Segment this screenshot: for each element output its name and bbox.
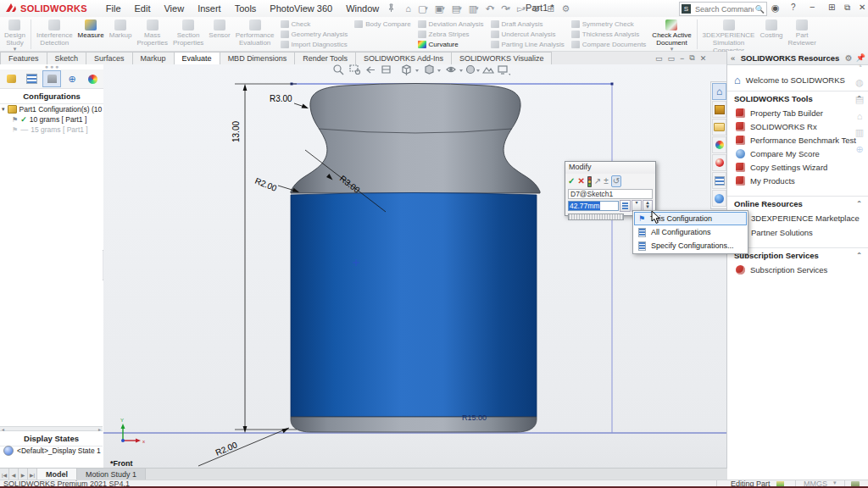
accept-button[interactable]: ✓ xyxy=(568,176,575,186)
menu-file[interactable]: File xyxy=(99,3,128,14)
mark-drawing-dimension-icon[interactable]: ± xyxy=(604,176,609,186)
rebuild-traffic-light-icon[interactable] xyxy=(587,176,592,187)
tab-evaluate[interactable]: Evaluate xyxy=(174,52,220,64)
tab-motion-study-1[interactable]: Motion Study 1 xyxy=(77,469,146,480)
doc-next-icon[interactable]: ▭ xyxy=(668,54,676,63)
tab-markup[interactable]: Markup xyxy=(132,52,175,64)
doc-close-button[interactable]: ✕ xyxy=(700,54,707,63)
tab-sketch[interactable]: Sketch xyxy=(47,52,87,64)
task-tab-resources[interactable]: ⌂ xyxy=(712,83,726,100)
user-account-icon[interactable]: ◉ xyxy=(771,3,780,14)
performance-evaluation-button[interactable]: PerformanceEvaluation xyxy=(233,18,277,51)
spin-increment-arrow-icon[interactable]: ↗ xyxy=(594,176,601,186)
dim-text-r-body[interactable]: R15.00 xyxy=(462,413,487,422)
zebra-stripes-button[interactable]: Zebra Stripes xyxy=(418,30,484,39)
rebuild-spiral-icon[interactable]: ↺ xyxy=(611,175,621,187)
view-settings-icon[interactable] xyxy=(498,66,507,74)
undercut-analysis-button[interactable]: Undercut Analysis xyxy=(491,30,565,39)
interference-detection-button[interactable]: InterferenceDetection xyxy=(34,18,75,51)
task-tab-appearances[interactable] xyxy=(712,154,726,171)
link-property-tab-builder[interactable]: Property Tab Builder xyxy=(727,106,868,119)
layout-button[interactable]: ⊞ xyxy=(828,3,835,12)
collapse-section-icon[interactable]: ⌃ xyxy=(856,200,862,208)
markup-button[interactable]: Markup xyxy=(107,18,135,51)
pane-options-gear-icon[interactable]: ⚙ xyxy=(845,53,853,63)
import-diagnostics-button[interactable]: Import Diagnostics xyxy=(281,40,348,49)
options-gear-icon[interactable]: ⚙ xyxy=(559,3,574,14)
graphics-viewport[interactable]: 13.00 R3.00 R2.00 R3.00 R15.00 R2.00 Y x xyxy=(103,64,727,468)
body-compare-button[interactable]: Body Compare xyxy=(354,19,410,29)
menu-tools[interactable]: Tools xyxy=(228,3,264,14)
restore-button[interactable]: ⧉ xyxy=(844,3,850,13)
symmetry-check-button[interactable]: Symmetry Check xyxy=(571,19,647,29)
section-properties-button[interactable]: SectionProperties xyxy=(170,18,206,51)
edit-appearance-icon[interactable] xyxy=(467,66,475,74)
menu-pin-icon[interactable] xyxy=(387,3,395,14)
tab-scroll-next-button[interactable]: ▶ xyxy=(19,469,28,480)
model-body-surface[interactable] xyxy=(291,193,537,418)
open-icon[interactable]: ▣▾ xyxy=(431,3,448,14)
display-style-icon[interactable] xyxy=(426,65,433,74)
link-subscription-services[interactable]: Subscription Services xyxy=(727,263,868,276)
view-orientation-cube-icon[interactable] xyxy=(403,65,410,75)
doc-restore-button[interactable]: ⧉ xyxy=(689,53,694,63)
tab-surfaces[interactable]: Surfaces xyxy=(86,52,133,64)
task-tab-design-library[interactable] xyxy=(712,101,726,118)
previous-view-icon[interactable] xyxy=(367,67,375,73)
section-solidworks-tools[interactable]: SOLIDWORKS Tools⌃ xyxy=(727,91,868,106)
link-my-products[interactable]: My Products xyxy=(727,174,868,187)
link-solidworks-rx[interactable]: SOLIDWORKS Rx xyxy=(727,119,868,133)
check-button[interactable]: Check xyxy=(281,19,348,29)
config-tree-root[interactable]: ▾ Part1 Configuration(s) (10 grams) xyxy=(0,104,103,114)
parting-line-analysis-button[interactable]: Parting Line Analysis xyxy=(491,40,565,49)
geometry-analysis-button[interactable]: Geometry Analysis xyxy=(281,30,348,39)
sensor-button[interactable]: Sensor xyxy=(206,18,232,51)
search-icon[interactable]: 🔍 xyxy=(755,5,765,14)
configurations-scope-button[interactable] xyxy=(620,200,631,212)
home-icon[interactable]: ⌂ xyxy=(402,3,415,14)
feature-manager-tab[interactable] xyxy=(2,70,20,87)
link-copy-settings-wizard[interactable]: Copy Settings Wizard xyxy=(727,160,868,174)
apply-scene-icon[interactable] xyxy=(483,68,493,73)
tab-scroll-last-button[interactable]: ▶| xyxy=(28,469,37,480)
task-tab-custom-properties[interactable] xyxy=(712,172,726,189)
tab-scroll-prev-button[interactable]: ◀ xyxy=(9,469,19,480)
welcome-link[interactable]: ⌂ Welcome to SOLIDWORKS xyxy=(727,72,868,88)
curvature-button[interactable]: Curvature xyxy=(418,40,484,49)
print-icon[interactable]: ▥▾ xyxy=(465,3,482,14)
tab-features[interactable]: Features xyxy=(0,52,47,64)
section-view-icon[interactable] xyxy=(382,66,390,73)
collapse-section-icon[interactable]: ⌃ xyxy=(856,252,862,259)
menu-photoview360[interactable]: PhotoView 360 xyxy=(263,3,339,14)
property-manager-tab[interactable] xyxy=(22,70,41,87)
zoom-area-icon[interactable] xyxy=(350,65,360,75)
menu-view[interactable]: View xyxy=(157,3,191,14)
zoom-fit-icon[interactable] xyxy=(334,65,343,75)
mass-properties-button[interactable]: MassProperties xyxy=(134,18,170,51)
redo-icon[interactable]: ↷▾ xyxy=(498,3,514,14)
3dexperience-simulation-connector-button[interactable]: 3DEXPERIENCESimulationConnector xyxy=(700,18,758,51)
dim-text-height[interactable]: 13.00 xyxy=(231,121,241,142)
cancel-button[interactable]: ✕ xyxy=(577,176,584,186)
config-item-10-grams[interactable]: ⚑ ✓ 10 grams [ Part1 ] xyxy=(0,114,103,125)
configuration-manager-tab[interactable] xyxy=(42,70,61,87)
doc-previous-icon[interactable]: ▭ xyxy=(655,54,663,63)
close-button[interactable]: ✕ xyxy=(859,3,865,12)
new-document-icon[interactable]: ▢▾ xyxy=(415,3,431,14)
dim-text-r-top[interactable]: R3.00 xyxy=(270,94,292,103)
tree-expander-icon[interactable]: ▾ xyxy=(2,106,5,113)
units-caret-icon[interactable]: ▾ xyxy=(833,480,837,486)
compare-documents-button[interactable]: Compare Documents xyxy=(571,40,647,49)
display-state-item[interactable]: <Default>_Display State 1 xyxy=(3,446,101,456)
thickness-analysis-button[interactable]: Thickness Analysis xyxy=(571,30,647,39)
dimension-name-field[interactable]: D7@Sketch1 xyxy=(568,189,653,199)
link-performance-benchmark-test[interactable]: Performance Benchmark Test xyxy=(727,133,868,147)
section-online-resources[interactable]: Online Resources⌃ xyxy=(727,196,868,211)
help-icon[interactable]: ? xyxy=(791,3,796,12)
link-compare-my-score[interactable]: Compare My Score xyxy=(727,147,868,160)
doc-minimize-button[interactable]: − xyxy=(680,54,684,63)
minimize-button[interactable]: − xyxy=(810,2,815,12)
costing-button[interactable]: Costing xyxy=(757,18,785,51)
dimxpert-manager-tab[interactable]: ⊕ xyxy=(63,70,81,87)
tab-scroll-first-button[interactable]: |◀ xyxy=(0,469,9,480)
